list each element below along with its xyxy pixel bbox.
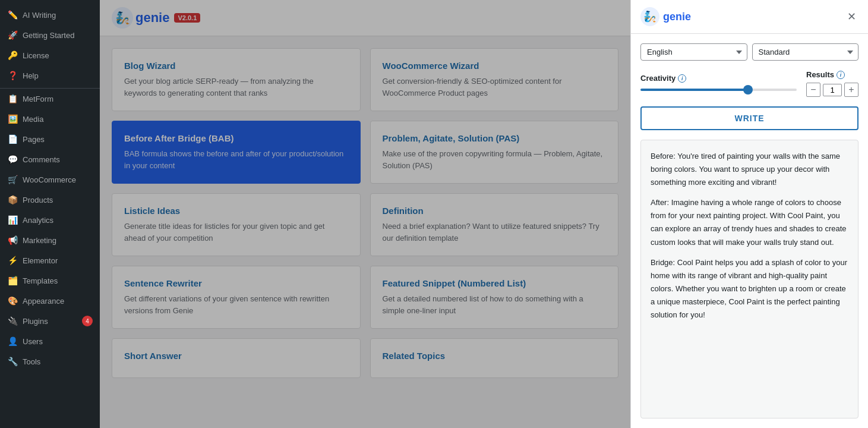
pages-icon: 📄: [7, 134, 18, 144]
ai-writing-icon: ✏️: [7, 10, 18, 20]
sidebar-item-label: MetForm: [23, 95, 53, 103]
sidebar-item-label: Media: [23, 115, 43, 124]
sidebar-item-license[interactable]: 🔑 License: [0, 45, 100, 65]
language-select[interactable]: EnglishSpanishFrenchGerman: [640, 43, 747, 61]
sidebar-item-pages[interactable]: 📄 Pages: [0, 129, 100, 149]
plugins-icon: 🔌: [7, 316, 18, 326]
sidebar-item-analytics[interactable]: 📊 Analytics: [0, 210, 100, 230]
standard-select[interactable]: StandardPremium: [752, 43, 859, 61]
creativity-section: Creativity i: [640, 74, 797, 93]
results-stepper: − +: [806, 83, 858, 97]
sidebar-item-label: Analytics: [23, 216, 53, 225]
sidebar-item-label: WooCommerce: [23, 175, 76, 184]
panel-logo-icon: 🧞: [640, 7, 659, 26]
getting-started-icon: 🚀: [7, 30, 18, 40]
metform-icon: 📋: [7, 93, 18, 104]
license-icon: 🔑: [7, 50, 18, 61]
output-paragraph-3: Bridge: Cool Paint helps you add a splas…: [651, 256, 848, 322]
plugins-badge: 4: [82, 316, 93, 326]
results-section: Results i − +: [806, 70, 858, 97]
marketing-icon: 📢: [7, 235, 18, 246]
woocommerce-icon: 🛒: [7, 174, 18, 185]
appearance-icon: 🎨: [7, 295, 18, 306]
genie-panel: 🧞 genie ✕ EnglishSpanishFrenchGerman Sta…: [630, 0, 868, 428]
results-label: Results i: [806, 70, 845, 79]
help-icon: ❓: [7, 70, 18, 81]
panel-logo-text: genie: [663, 11, 691, 23]
output-paragraph-2: After: Imagine having a whole range of c…: [651, 196, 848, 248]
sidebar-item-label: License: [23, 51, 49, 60]
controls-row: Creativity i Results i − +: [640, 70, 858, 97]
output-area: Before: You're tired of painting your wa…: [640, 140, 858, 418]
sidebar-item-help[interactable]: ❓ Help: [0, 65, 100, 86]
creativity-slider[interactable]: [640, 89, 797, 91]
sidebar-item-users[interactable]: 👤 Users: [0, 331, 100, 351]
templates-icon: 🗂️: [7, 275, 18, 286]
sidebar: ✏️ AI Writing 🚀 Getting Started 🔑 Licens…: [0, 0, 100, 428]
sidebar-item-label: Products: [23, 196, 53, 204]
comments-icon: 💬: [7, 154, 18, 165]
output-paragraph-1: Before: You're tired of painting your wa…: [651, 150, 848, 189]
sidebar-item-media[interactable]: 🖼️ Media: [0, 109, 100, 129]
results-value-input[interactable]: [823, 84, 842, 96]
panel-close-button[interactable]: ✕: [845, 9, 858, 24]
sidebar-top-items: ✏️ AI Writing 🚀 Getting Started 🔑 Licens…: [0, 0, 100, 89]
selects-row: EnglishSpanishFrenchGerman StandardPremi…: [640, 43, 858, 61]
sidebar-item-label: Pages: [23, 135, 45, 144]
sidebar-item-label: Comments: [23, 155, 60, 164]
write-button[interactable]: WRITE: [640, 106, 858, 130]
sidebar-item-elementor[interactable]: ⚡ Elementor: [0, 250, 100, 270]
panel-body: EnglishSpanishFrenchGerman StandardPremi…: [631, 34, 868, 428]
elementor-icon: ⚡: [7, 255, 18, 266]
results-decrement-button[interactable]: −: [806, 83, 820, 97]
panel-header: 🧞 genie ✕: [631, 0, 868, 34]
sidebar-item-marketing[interactable]: 📢 Marketing: [0, 230, 100, 250]
sidebar-item-comments[interactable]: 💬 Comments: [0, 149, 100, 169]
sidebar-item-label: Appearance: [23, 297, 64, 306]
sidebar-item-appearance[interactable]: 🎨 Appearance: [0, 291, 100, 311]
main-content: 🧞 genie V2.0.1 Blog Wizard Get your blog…: [100, 0, 630, 428]
sidebar-item-products[interactable]: 📦 Products: [0, 190, 100, 210]
analytics-icon: 📊: [7, 215, 18, 225]
sidebar-item-label: Marketing: [23, 236, 56, 245]
sidebar-item-label: Getting Started: [23, 31, 74, 40]
sidebar-item-label: AI Writing: [23, 11, 56, 20]
sidebar-item-ai-writing[interactable]: ✏️ AI Writing: [0, 5, 100, 25]
users-icon: 👤: [7, 336, 18, 347]
sidebar-item-getting-started[interactable]: 🚀 Getting Started: [0, 25, 100, 45]
creativity-label: Creativity i: [640, 74, 797, 83]
sidebar-main-items: 📋 MetForm 🖼️ Media 📄 Pages 💬 Comments 🛒 …: [0, 89, 100, 372]
creativity-info-icon[interactable]: i: [678, 74, 686, 83]
sidebar-item-label: Elementor: [23, 256, 58, 265]
results-increment-button[interactable]: +: [844, 83, 858, 97]
panel-logo: 🧞 genie: [640, 7, 691, 26]
sidebar-item-label: Plugins: [23, 317, 48, 326]
sidebar-item-metform[interactable]: 📋 MetForm: [0, 89, 100, 109]
sidebar-item-tools[interactable]: 🔧 Tools: [0, 351, 100, 372]
sidebar-item-templates[interactable]: 🗂️ Templates: [0, 270, 100, 291]
products-icon: 📦: [7, 194, 18, 205]
sidebar-item-label: Tools: [23, 357, 40, 366]
sidebar-item-label: Templates: [23, 276, 58, 285]
sidebar-item-label: Help: [23, 71, 39, 80]
results-info-icon[interactable]: i: [837, 71, 845, 79]
main-overlay: [100, 0, 630, 428]
sidebar-item-plugins[interactable]: 🔌 Plugins 4: [0, 311, 100, 331]
sidebar-item-label: Users: [23, 337, 43, 346]
tools-icon: 🔧: [7, 356, 18, 367]
sidebar-item-woocommerce[interactable]: 🛒 WooCommerce: [0, 169, 100, 190]
media-icon: 🖼️: [7, 114, 18, 124]
